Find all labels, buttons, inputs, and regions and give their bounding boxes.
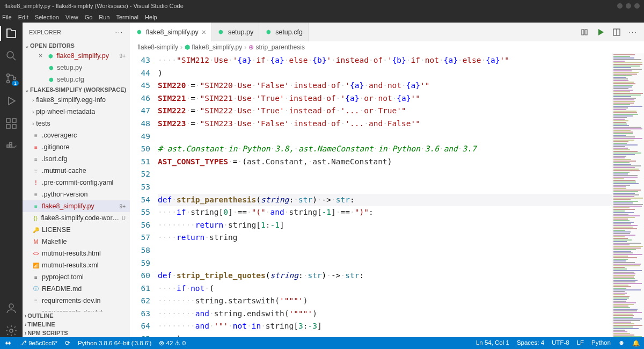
open-editor-item[interactable]: ×⬢flake8_simplify.py9+ bbox=[23, 50, 130, 62]
sync-icon[interactable]: ⟳ bbox=[65, 339, 70, 347]
file-item[interactable]: 📶mutmut-results.xml bbox=[23, 259, 130, 271]
feedback-icon[interactable]: ☻ bbox=[618, 339, 625, 347]
code-line[interactable]: SIM221·=·"SIM221·Use·'True'·instead·of·'… bbox=[158, 92, 612, 105]
extensions-icon[interactable] bbox=[5, 117, 18, 130]
code-line[interactable]: SIM222·=·"SIM222·Use·'True'·instead·of·'… bbox=[158, 105, 612, 118]
code-line[interactable]: ····return·string bbox=[158, 231, 612, 244]
code-line[interactable]: ········return·string[1:-1] bbox=[158, 219, 612, 232]
menu-go[interactable]: Go bbox=[85, 14, 93, 20]
file-item[interactable]: ≡pyproject.toml bbox=[23, 271, 130, 283]
code-line[interactable]: ····if·not·( bbox=[158, 282, 612, 295]
menu-terminal[interactable]: Terminal bbox=[116, 14, 139, 20]
docker-icon[interactable] bbox=[5, 140, 18, 152]
code-content[interactable]: ····"SIM212·Use·'{a}·if·{a}·else·{b}'·in… bbox=[158, 53, 612, 337]
menu-selection[interactable]: Selection bbox=[35, 14, 59, 20]
line-number: 45 bbox=[130, 79, 150, 92]
search-icon[interactable] bbox=[5, 49, 18, 62]
close-icon[interactable] bbox=[634, 3, 640, 9]
editor-tab[interactable]: ⬢flake8_simplify.py× bbox=[130, 23, 212, 41]
python-interpreter[interactable]: Python 3.8.6 64-bit ('3.8.6') bbox=[78, 340, 151, 346]
code-line[interactable]: SIM223·=·"SIM223·Use·'False'·instead·of·… bbox=[158, 118, 612, 130]
code-line[interactable]: ········and·string.endswith('"""') bbox=[158, 308, 612, 321]
sidebar-more-icon[interactable]: ··· bbox=[115, 29, 123, 35]
menu-edit[interactable]: Edit bbox=[18, 14, 28, 20]
open-editors-section[interactable]: ⌄ OPEN EDITORS bbox=[23, 41, 130, 50]
remote-indicator[interactable] bbox=[4, 339, 12, 347]
folder-item[interactable]: ›tests bbox=[23, 118, 130, 129]
settings-gear-icon[interactable] bbox=[5, 324, 18, 337]
code-editor[interactable]: 4344454647484950515253545556575859606162… bbox=[130, 53, 644, 337]
file-item[interactable]: ≡requirements-dev.in bbox=[23, 295, 130, 307]
eol[interactable]: LF bbox=[577, 339, 584, 347]
code-line[interactable]: ········string.startswith('"""') bbox=[158, 295, 612, 308]
git-branch[interactable]: ⎇ 9e5c0cc6* bbox=[19, 339, 57, 347]
editor-tab[interactable]: ⬢setup.cfg bbox=[259, 23, 309, 41]
more-actions-icon[interactable]: ··· bbox=[628, 28, 638, 36]
split-editor-icon[interactable] bbox=[612, 28, 621, 37]
file-item[interactable]: ⓘREADME.md bbox=[23, 283, 130, 295]
problems-count[interactable]: ⊗ 42 ⚠ 0 bbox=[159, 339, 186, 347]
file-item[interactable]: ≡.python-version bbox=[23, 188, 130, 200]
open-editor-item[interactable]: ⬢setup.py bbox=[23, 62, 130, 74]
code-line[interactable]: ········and·'"'·not·in·string[3:-3] bbox=[158, 320, 612, 333]
account-icon[interactable] bbox=[5, 302, 18, 315]
encoding[interactable]: UTF-8 bbox=[552, 339, 569, 347]
folder-item[interactable]: ›flake8_simplify.egg-info bbox=[23, 94, 130, 106]
breadcrumb-item[interactable]: ⊕ strip_parenthesis bbox=[248, 43, 305, 51]
editor-tab[interactable]: ⬢setup.py bbox=[212, 23, 259, 41]
minimize-icon[interactable] bbox=[617, 3, 623, 9]
menu-view[interactable]: View bbox=[65, 14, 78, 20]
open-editor-item[interactable]: ⬢setup.cfg bbox=[23, 74, 130, 85]
file-item[interactable]: MMakefile bbox=[23, 236, 130, 248]
file-item[interactable]: ≡.coveragerc bbox=[23, 129, 130, 141]
notifications-icon[interactable]: 🔔 bbox=[632, 339, 640, 347]
run-icon[interactable] bbox=[596, 28, 605, 37]
compare-icon[interactable] bbox=[580, 28, 589, 37]
file-item[interactable]: ≡.mutmut-cache bbox=[23, 165, 130, 177]
code-line[interactable] bbox=[158, 168, 612, 181]
indentation[interactable]: Spaces: 4 bbox=[517, 339, 544, 347]
cursor-position[interactable]: Ln 54, Col 1 bbox=[476, 339, 509, 347]
code-line[interactable]: ····"SIM212·Use·'{a}·if·{a}·else·{b}'·in… bbox=[158, 54, 612, 67]
code-line[interactable]: def·strip_triple_quotes(string:·str)·->·… bbox=[158, 270, 612, 282]
code-line[interactable]: SIM220·=·"SIM220·Use·'False'·instead·of·… bbox=[158, 79, 612, 92]
code-line[interactable]: ····if·string[0]·==·"("·and·string[-1]·=… bbox=[158, 206, 612, 219]
folder-item[interactable]: ›pip-wheel-metadata bbox=[23, 106, 130, 118]
code-line[interactable] bbox=[158, 181, 612, 194]
run-debug-icon[interactable] bbox=[5, 94, 18, 107]
code-line[interactable] bbox=[158, 257, 612, 270]
source-control-icon[interactable]: 1 bbox=[5, 72, 18, 85]
file-item[interactable]: ≡.gitignore bbox=[23, 141, 130, 153]
breadcrumb-item[interactable]: ⬢ flake8_simplify.py bbox=[185, 43, 242, 51]
npm-scripts-section[interactable]: › NPM SCRIPTS bbox=[23, 329, 130, 337]
code-line[interactable] bbox=[158, 244, 612, 257]
breadcrumb[interactable]: flake8-simplify›⬢ flake8_simplify.py›⊕ s… bbox=[130, 41, 644, 53]
code-line[interactable]: def·strip_parenthesis(string:·str)·->·st… bbox=[158, 194, 612, 207]
close-icon[interactable]: × bbox=[39, 52, 42, 60]
window-controls[interactable] bbox=[617, 3, 640, 9]
code-line[interactable] bbox=[158, 130, 612, 143]
code-line[interactable]: ····): bbox=[158, 333, 612, 337]
minimap[interactable] bbox=[612, 53, 644, 337]
maximize-icon[interactable] bbox=[626, 3, 631, 9]
timeline-section[interactable]: › TIMELINE bbox=[23, 320, 130, 329]
code-line[interactable]: AST_CONST_TYPES·=·(ast.Constant,·ast.Nam… bbox=[158, 156, 612, 169]
file-item[interactable]: {}flake8-simplify.code-worksp…U bbox=[23, 212, 130, 224]
breadcrumb-item[interactable]: flake8-simplify bbox=[137, 43, 178, 51]
menu-help[interactable]: Help bbox=[145, 14, 157, 20]
menu-run[interactable]: Run bbox=[99, 14, 109, 20]
file-item[interactable]: ≡.isort.cfg bbox=[23, 153, 130, 165]
file-item[interactable]: !.pre-commit-config.yaml bbox=[23, 177, 130, 188]
outline-section[interactable]: › OUTLINE bbox=[23, 311, 130, 320]
workspace-section[interactable]: ⌄ FLAKE8-SIMPLIFY (WORKSPACE) bbox=[23, 85, 130, 94]
code-line[interactable]: ) bbox=[158, 67, 612, 80]
code-line[interactable]: #·ast.Constant·in·Python·3.8,·ast.NameCo… bbox=[158, 143, 612, 156]
file-item[interactable]: 🔑LICENSE bbox=[23, 224, 130, 236]
file-item[interactable]: ≡requirements-dev.txt bbox=[23, 307, 130, 311]
file-item[interactable]: <>mutmut-results.html bbox=[23, 248, 130, 259]
explorer-icon[interactable] bbox=[5, 27, 18, 40]
file-item[interactable]: ≡flake8_simplify.py9+ bbox=[23, 200, 130, 212]
language-mode[interactable]: Python bbox=[591, 339, 611, 347]
menu-file[interactable]: File bbox=[2, 14, 12, 20]
close-tab-icon[interactable]: × bbox=[202, 28, 206, 37]
